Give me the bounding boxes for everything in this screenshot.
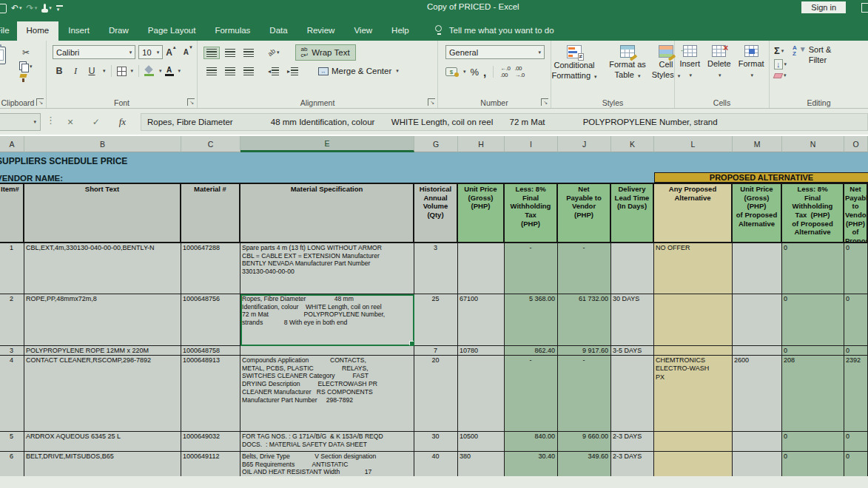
cell-K-item3[interactable]: 3-5 DAYS xyxy=(611,346,654,356)
cell-B-item5[interactable]: ARDROX AQUEOUS 6345 25 L xyxy=(24,432,181,452)
cell-M-item5[interactable] xyxy=(733,432,782,452)
cell-C-item5[interactable]: 1000649032 xyxy=(181,432,240,452)
align-bottom-button[interactable] xyxy=(240,47,257,59)
column-header-B[interactable]: B xyxy=(24,136,181,152)
align-left-button[interactable] xyxy=(203,65,220,78)
cell-G-item2[interactable]: 25 xyxy=(414,294,458,346)
cell-J-item6[interactable]: 349.60 xyxy=(558,452,611,476)
cell-J-item3[interactable]: 9 917.60 xyxy=(558,346,611,356)
tab-formulas[interactable]: Formulas xyxy=(205,21,260,41)
cell-I-item1[interactable]: - xyxy=(505,243,558,294)
tab-data[interactable]: Data xyxy=(260,21,297,41)
cell-H-item1[interactable] xyxy=(458,243,505,294)
copy-dropdown-icon[interactable]: ▾ xyxy=(30,64,33,70)
underline-button[interactable]: U xyxy=(85,64,98,78)
cut-icon[interactable]: ✂ xyxy=(19,46,33,59)
fill-color-dropdown-icon[interactable]: ▾ xyxy=(159,68,162,74)
cell-E-item4[interactable]: Compounds Application CONTACTS, METAL, P… xyxy=(240,356,414,432)
column-header-G[interactable]: G xyxy=(414,136,458,152)
cell-I-item4[interactable]: - xyxy=(505,356,558,432)
table-header-A[interactable]: Item# xyxy=(0,183,24,243)
redo-dropdown-icon[interactable]: ▾ xyxy=(35,5,38,11)
vendor-name-row[interactable]: VENDOR NAME: PROPOSED ALTERNATIVE xyxy=(0,170,868,183)
cell-K-item6[interactable]: 2-3 DAYS xyxy=(611,452,654,476)
cell-I-item2[interactable]: 5 368.00 xyxy=(505,294,558,346)
cell-A-item3[interactable]: 3 xyxy=(0,346,24,356)
undo-dropdown-icon[interactable]: ▾ xyxy=(19,5,22,11)
cell-N-item2[interactable]: 0 xyxy=(782,294,844,346)
tab-help[interactable]: Help xyxy=(382,21,419,41)
cell-N-item3[interactable]: 0 xyxy=(782,346,844,356)
column-header-L[interactable]: L xyxy=(654,136,733,152)
cell-M-item6[interactable] xyxy=(733,452,782,476)
cell-N-item6[interactable]: 0 xyxy=(782,452,844,476)
cell-E-item2[interactable]: Ropes, Fibre Diameter 48 mm Identificati… xyxy=(240,294,414,346)
bold-button[interactable]: B xyxy=(53,64,66,78)
table-header-I[interactable]: Less: 8% Final Withholding Tax (PHP) xyxy=(505,183,558,243)
decrease-indent-button[interactable]: ◂ xyxy=(265,65,282,78)
clear-button[interactable]: ▾ xyxy=(774,72,787,78)
align-right-button[interactable] xyxy=(240,65,257,78)
table-header-K[interactable]: Delivery Lead Time (In Days) xyxy=(611,183,654,243)
cell-B-item3[interactable]: POLYPROPYLENE ROPE 12MM x 220M xyxy=(24,346,181,356)
format-painter-icon[interactable] xyxy=(19,73,28,82)
column-header-O[interactable]: O xyxy=(844,136,868,152)
suppliers-banner-cell[interactable]: SUPPLIERS SCHEDULE PRICE xyxy=(0,152,868,170)
tab-view[interactable]: View xyxy=(344,21,382,41)
cell-L-item3[interactable] xyxy=(654,346,733,356)
cell-O-item5[interactable]: 0 xyxy=(844,432,868,452)
cell-G-item5[interactable]: 30 xyxy=(414,432,458,452)
cell-A-item6[interactable]: 6 xyxy=(0,452,24,476)
borders-button[interactable] xyxy=(117,67,127,76)
cell-C-item2[interactable]: 1000648756 xyxy=(181,294,240,346)
proposed-alternative-banner[interactable]: PROPOSED ALTERNATIVE xyxy=(654,172,868,183)
alignment-dialog-launcher[interactable]: ↘ xyxy=(428,98,435,106)
column-header-K[interactable]: K xyxy=(611,136,654,152)
cell-E-item6[interactable]: Belts, Drive Type V Section designation … xyxy=(240,452,414,476)
cell-G-item4[interactable]: 20 xyxy=(414,356,458,432)
font-dialog-launcher[interactable]: ↘ xyxy=(187,98,195,106)
table-header-C[interactable]: Material # xyxy=(181,183,240,243)
cell-E-item1[interactable]: Spare parts 4 m (13 ft) LONG WITHOUT ARM… xyxy=(240,243,414,294)
cell-A-item2[interactable]: 2 xyxy=(0,294,24,346)
cell-B-item6[interactable]: BELT,DRIVE,MITSUBOS,B65 xyxy=(24,452,181,476)
cell-H-item5[interactable]: 10500 xyxy=(458,432,505,452)
font-color-dropdown-icon[interactable]: ▾ xyxy=(178,68,181,74)
cell-E-item5[interactable]: FOR TAG NOS. : G 171A/B/G & K 153A/B REQ… xyxy=(240,432,414,452)
touch-mode-button[interactable]: ▾ xyxy=(40,4,53,13)
cell-O-item2[interactable]: 0 xyxy=(844,294,868,346)
enter-icon[interactable]: ✓ xyxy=(92,117,100,127)
increase-font-button[interactable]: A▲ xyxy=(166,47,181,58)
table-header-M[interactable]: Unit Price (Gross) (PHP) of Proposed Alt… xyxy=(733,183,782,243)
cell-B-item4[interactable]: CONTACT CLEANER,RSCOMP,298-7892 xyxy=(24,356,181,432)
tab-insert[interactable]: Insert xyxy=(58,21,99,41)
cell-K-item2[interactable]: 30 DAYS xyxy=(611,294,654,346)
font-size-combo[interactable]: 10▾ xyxy=(138,45,163,59)
autosum-button[interactable]: Σ▾ xyxy=(774,45,787,56)
align-middle-button[interactable] xyxy=(222,47,238,59)
cell-G-item3[interactable]: 7 xyxy=(414,346,458,356)
tab-file[interactable]: File xyxy=(0,21,17,41)
paste-button[interactable] xyxy=(0,45,9,87)
customize-qat-button[interactable] xyxy=(55,5,64,11)
cell-H-item2[interactable]: 67100 xyxy=(458,294,505,346)
insert-function-icon[interactable]: fx xyxy=(119,116,126,128)
cell-O-item4[interactable]: 2392 xyxy=(844,356,868,432)
cell-C-item4[interactable]: 1000648913 xyxy=(181,356,240,432)
fill-button[interactable]: ↓▾ xyxy=(774,59,787,70)
font-color-button[interactable]: A xyxy=(165,67,174,76)
column-header-N[interactable]: N xyxy=(782,136,844,152)
tab-home[interactable]: Home xyxy=(17,21,59,41)
cell-C-item6[interactable]: 1000649112 xyxy=(181,452,240,476)
column-header-E[interactable]: E xyxy=(240,136,414,152)
column-header-I[interactable]: I xyxy=(505,136,558,152)
cell-H-item3[interactable]: 10780 xyxy=(458,346,505,356)
comma-style-button[interactable]: , xyxy=(483,66,486,78)
cell-M-item3[interactable] xyxy=(733,346,782,356)
decrease-font-button[interactable]: A▼ xyxy=(184,48,197,56)
cell-I-item3[interactable]: 862.40 xyxy=(505,346,558,356)
tell-me-box[interactable]: Tell me what you want to do xyxy=(435,25,554,41)
cell-K-item5[interactable]: 2-3 DAYS xyxy=(611,432,654,452)
sign-in-button[interactable]: Sign in xyxy=(801,1,846,13)
underline-dropdown-icon[interactable]: ▾ xyxy=(103,68,106,74)
